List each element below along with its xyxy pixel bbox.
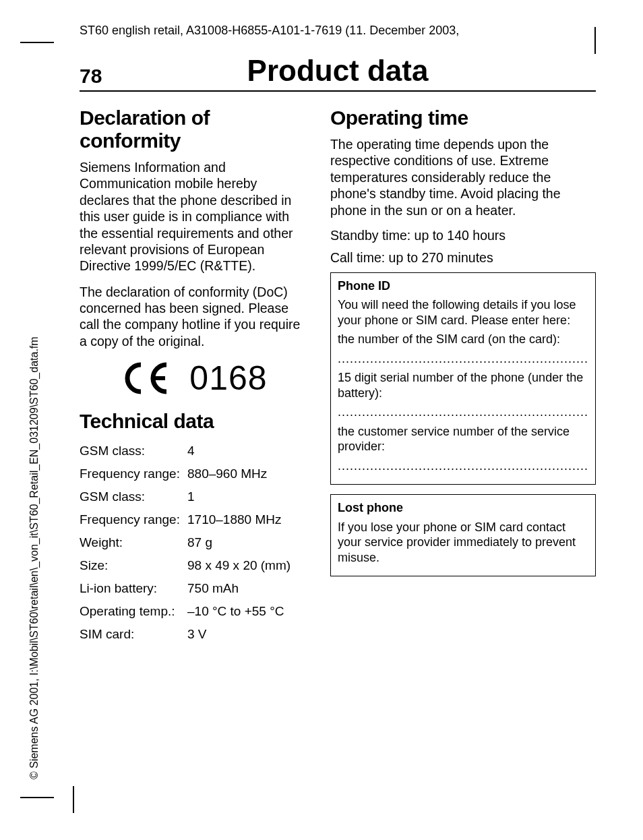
fill-in-line[interactable]: ........................................…: [338, 351, 588, 367]
ce-mark-icon: [121, 361, 173, 396]
fill-in-line[interactable]: ........................................…: [338, 458, 588, 474]
page-title: Product data: [174, 54, 501, 88]
right-column: Operating time The operating time depend…: [330, 107, 596, 646]
crop-mark: [20, 42, 54, 43]
page-number: 78: [80, 65, 174, 88]
table-row: Li-ion battery:750 mAh: [80, 577, 309, 600]
table-row: Frequency range:880–960 MHz: [80, 462, 309, 485]
page-header: 78 Product data: [80, 54, 596, 92]
heading-operating-time: Operating time: [330, 107, 596, 129]
spec-value: 880–960 MHz: [187, 462, 309, 485]
spec-value: 98 x 49 x 20 (mm): [187, 554, 309, 577]
box-text: You will need the following details if y…: [338, 297, 588, 328]
spec-value: 1710–1880 MHz: [187, 508, 309, 531]
call-time: Call time: up to 270 minutes: [330, 250, 596, 266]
table-row: SIM card:3 V: [80, 623, 309, 646]
spec-value: 87 g: [187, 531, 309, 554]
table-row: Weight:87 g: [80, 531, 309, 554]
box-text: If you lose your phone or SIM card conta…: [338, 520, 588, 566]
table-row: GSM class:4: [80, 440, 309, 462]
lost-phone-box: Lost phone If you lose your phone or SIM…: [330, 494, 596, 576]
crop-mark: [594, 27, 596, 54]
spec-label: Operating temp.:: [80, 600, 187, 623]
box-text: the number of the SIM card (on the card)…: [338, 332, 588, 347]
box-title: Phone ID: [338, 278, 588, 294]
side-copyright: © Siemens AG 2001, I:\Mobil\ST60\retail\…: [28, 336, 40, 779]
fill-in-line[interactable]: ........................................…: [338, 404, 588, 420]
table-row: GSM class:1: [80, 485, 309, 508]
operating-time-paragraph: The operating time depends upon the resp…: [330, 136, 596, 218]
declaration-paragraph: The declaration of conformity (DoC) conc…: [80, 284, 309, 350]
spec-label: Li-ion battery:: [80, 577, 187, 600]
ce-number: 0168: [189, 359, 267, 398]
spec-label: SIM card:: [80, 623, 187, 646]
crop-mark: [73, 786, 74, 813]
spec-value: 1: [187, 485, 309, 508]
left-column: Declaration of conformity Siemens Inform…: [80, 107, 309, 646]
spec-label: Frequency range:: [80, 462, 187, 485]
standby-time: Standby time: up to 140 hours: [330, 228, 596, 243]
spec-value: –10 °C to +55 °C: [187, 600, 309, 623]
spec-label: Frequency range:: [80, 508, 187, 531]
heading-technical-data: Technical data: [80, 410, 309, 433]
table-row: Size:98 x 49 x 20 (mm): [80, 554, 309, 577]
crop-mark: [20, 797, 54, 798]
table-row: Operating temp.:–10 °C to +55 °C: [80, 600, 309, 623]
running-header: ST60 english retail, A31008-H6855-A101-1…: [80, 24, 459, 38]
technical-data-table: GSM class:4Frequency range:880–960 MHzGS…: [80, 440, 309, 646]
spec-label: GSM class:: [80, 440, 187, 462]
heading-declaration: Declaration of conformity: [80, 107, 309, 152]
ce-mark-block: 0168: [80, 359, 309, 398]
box-text: 15 digit serial number of the phone (und…: [338, 370, 588, 400]
spec-value: 4: [187, 440, 309, 462]
box-title: Lost phone: [338, 500, 588, 516]
spec-label: GSM class:: [80, 485, 187, 508]
svg-rect-0: [153, 376, 165, 380]
table-row: Frequency range:1710–1880 MHz: [80, 508, 309, 531]
spec-label: Weight:: [80, 531, 187, 554]
spec-label: Size:: [80, 554, 187, 577]
spec-value: 750 mAh: [187, 577, 309, 600]
phone-id-box: Phone ID You will need the following det…: [330, 272, 596, 485]
declaration-paragraph: Siemens Information and Communication mo…: [80, 159, 309, 274]
spec-value: 3 V: [187, 623, 309, 646]
box-text: the customer service number of the servi…: [338, 424, 588, 454]
